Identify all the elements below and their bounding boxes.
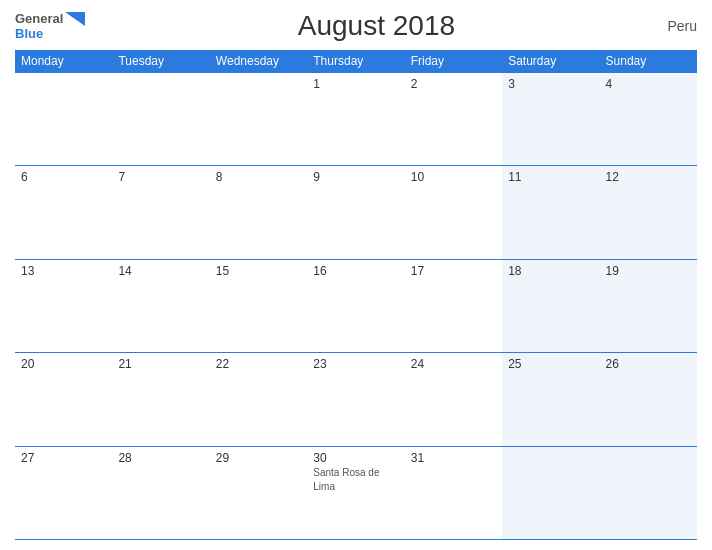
cell-aug29: 29 <box>210 447 307 539</box>
calendar-title: August 2018 <box>85 10 667 42</box>
cell-aug10: 10 <box>405 166 502 258</box>
cell-aug21: 21 <box>112 353 209 445</box>
cell-aug3: 3 <box>502 73 599 165</box>
col-thursday: Thursday <box>307 50 404 72</box>
cell-aug6: 6 <box>15 166 112 258</box>
logo-general-text: General <box>15 11 63 26</box>
cell-aug28: 28 <box>112 447 209 539</box>
cell-aug30: 30 Santa Rosa de Lima <box>307 447 404 539</box>
cell-aug1: 1 <box>307 73 404 165</box>
calendar-page: General Blue August 2018 Peru Monday Tue… <box>0 0 712 550</box>
svg-marker-0 <box>65 12 85 26</box>
cell-aug23: 23 <box>307 353 404 445</box>
cell-aug2: 2 <box>405 73 502 165</box>
cell-w5d6 <box>502 447 599 539</box>
week-4: 20 21 22 23 24 25 26 <box>15 353 697 446</box>
calendar: Monday Tuesday Wednesday Thursday Friday… <box>15 50 697 540</box>
cell-aug16: 16 <box>307 260 404 352</box>
logo: General Blue <box>15 11 85 41</box>
cell-aug12: 12 <box>600 166 697 258</box>
cell-aug8: 8 <box>210 166 307 258</box>
col-monday: Monday <box>15 50 112 72</box>
cell-aug9: 9 <box>307 166 404 258</box>
cell-aug18: 18 <box>502 260 599 352</box>
cell-aug27: 27 <box>15 447 112 539</box>
cell-aug26: 26 <box>600 353 697 445</box>
calendar-body: 1 2 3 4 6 7 8 9 10 11 12 13 14 15 16 <box>15 72 697 540</box>
col-sunday: Sunday <box>600 50 697 72</box>
cell-aug24: 24 <box>405 353 502 445</box>
col-wednesday: Wednesday <box>210 50 307 72</box>
week-2: 6 7 8 9 10 11 12 <box>15 166 697 259</box>
cell-aug20: 20 <box>15 353 112 445</box>
cell-w1d1 <box>15 73 112 165</box>
header: General Blue August 2018 Peru <box>15 10 697 42</box>
week-3: 13 14 15 16 17 18 19 <box>15 260 697 353</box>
week-1: 1 2 3 4 <box>15 72 697 166</box>
cell-aug7: 7 <box>112 166 209 258</box>
santa-rosa-event: Santa Rosa de Lima <box>313 467 379 492</box>
cell-aug4: 4 <box>600 73 697 165</box>
cell-w1d2 <box>112 73 209 165</box>
cell-aug14: 14 <box>112 260 209 352</box>
col-saturday: Saturday <box>502 50 599 72</box>
logo-blue-text: Blue <box>15 26 43 41</box>
logo-flag-icon <box>65 12 85 26</box>
cell-aug31: 31 <box>405 447 502 539</box>
cell-aug13: 13 <box>15 260 112 352</box>
cell-aug11: 11 <box>502 166 599 258</box>
cell-aug17: 17 <box>405 260 502 352</box>
calendar-header: Monday Tuesday Wednesday Thursday Friday… <box>15 50 697 72</box>
col-friday: Friday <box>405 50 502 72</box>
col-tuesday: Tuesday <box>112 50 209 72</box>
week-5: 27 28 29 30 Santa Rosa de Lima 31 <box>15 447 697 540</box>
country-label: Peru <box>667 18 697 34</box>
cell-aug25: 25 <box>502 353 599 445</box>
cell-w5d7 <box>600 447 697 539</box>
cell-aug22: 22 <box>210 353 307 445</box>
cell-aug15: 15 <box>210 260 307 352</box>
cell-aug19: 19 <box>600 260 697 352</box>
cell-w1d3 <box>210 73 307 165</box>
